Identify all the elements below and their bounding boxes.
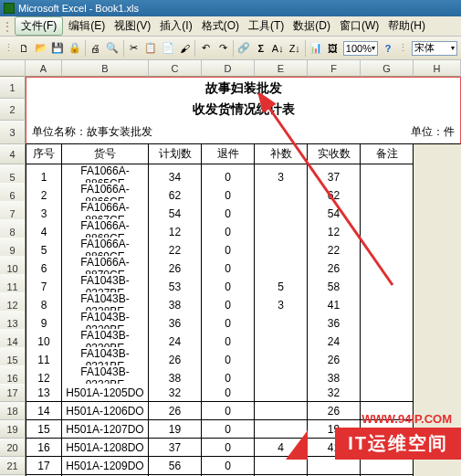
row-header[interactable]: 18: [0, 402, 26, 420]
save-icon[interactable]: 💾: [51, 40, 64, 57]
col-header-g[interactable]: G: [361, 60, 414, 77]
menu-insert[interactable]: 插入(I): [156, 16, 195, 36]
col-header-e[interactable]: E: [255, 60, 308, 77]
th-seq[interactable]: 序号: [26, 144, 62, 164]
table-row: 106FA1066A-8870CE26026: [0, 256, 461, 274]
font-select[interactable]: 宋体 ▾: [412, 41, 456, 56]
cell-recv[interactable]: [308, 457, 361, 475]
cut-icon[interactable]: ✂: [128, 40, 141, 57]
menu-data[interactable]: 数据(D): [289, 16, 334, 36]
row-header[interactable]: 19: [0, 420, 26, 439]
watermark-triangle: [286, 430, 308, 460]
open-icon[interactable]: 📂: [34, 40, 47, 57]
select-all-corner[interactable]: [0, 60, 26, 77]
col-header-b[interactable]: B: [62, 60, 149, 77]
cell-ret[interactable]: 0: [202, 420, 255, 439]
cell-add[interactable]: [255, 457, 308, 475]
cell-ret[interactable]: 0: [202, 384, 255, 402]
cell-plan[interactable]: 56: [149, 457, 202, 475]
zoom-select[interactable]: 100% ▾: [343, 41, 378, 56]
unit-name-label: 单位名称：故事女装批发: [32, 124, 152, 140]
sheet-title-1[interactable]: 故事妇装批发: [26, 77, 461, 99]
watermark-label: IT运维空间: [335, 428, 461, 460]
cell-seq[interactable]: 14: [26, 402, 62, 420]
th-recv[interactable]: 实收数: [308, 144, 361, 164]
table-row: 62FA1066A-8866CE62062: [0, 183, 461, 201]
sum-icon[interactable]: Σ: [255, 40, 267, 57]
sheet-title-2[interactable]: 收发货情况统计表: [26, 99, 461, 121]
cell-ret[interactable]: 0: [202, 439, 255, 457]
cell-recv[interactable]: 32: [308, 384, 361, 402]
th-ret[interactable]: 退件: [202, 144, 255, 164]
row-header[interactable]: 2: [0, 99, 26, 121]
row-header[interactable]: 3: [0, 121, 26, 144]
table-row: 2117H501A-1209DO560: [0, 457, 461, 475]
menu-window[interactable]: 窗口(W): [336, 16, 382, 36]
cell-add[interactable]: [255, 384, 308, 402]
cell-plan[interactable]: 26: [149, 402, 202, 420]
copy-icon[interactable]: 📋: [144, 40, 157, 57]
row-header[interactable]: 1: [0, 77, 26, 99]
preview-icon[interactable]: 🔍: [106, 40, 119, 57]
row-header[interactable]: 21: [0, 457, 26, 475]
cell-note[interactable]: [361, 457, 414, 475]
toolbar: ⋮ 🗋 📂 💾 🔒 🖨 🔍 ✂ 📋 📄 🖌 ↶ ↷ 🔗 Σ A↓ Z↓ 📊 🖼 …: [0, 37, 461, 60]
redo-icon[interactable]: ↷: [216, 40, 229, 57]
cell-ret[interactable]: 0: [202, 402, 255, 420]
separator: [305, 40, 306, 57]
cell-seq[interactable]: 15: [26, 420, 62, 439]
window-title-bar: Microsoft Excel - Book1.xls: [0, 0, 461, 16]
th-add[interactable]: 补数: [255, 144, 308, 164]
col-header-d[interactable]: D: [202, 60, 255, 77]
print-icon[interactable]: 🖨: [89, 40, 102, 57]
new-icon[interactable]: 🗋: [17, 40, 30, 57]
cell-plan[interactable]: 37: [149, 439, 202, 457]
cell-seq[interactable]: 17: [26, 457, 62, 475]
cell-ret[interactable]: 0: [202, 457, 255, 475]
column-headers: A B C D E F G H: [0, 60, 461, 77]
cell-code[interactable]: H501A-1207DO: [62, 420, 149, 439]
menu-edit[interactable]: 编辑(E): [65, 16, 109, 36]
row-header[interactable]: 4: [0, 144, 26, 164]
link-icon[interactable]: 🔗: [237, 40, 250, 57]
th-note[interactable]: 备注: [361, 144, 414, 164]
cell-plan[interactable]: 32: [149, 384, 202, 402]
menu-view[interactable]: 视图(V): [110, 16, 154, 36]
row-header[interactable]: 20: [0, 439, 26, 457]
menu-format[interactable]: 格式(O): [198, 16, 243, 36]
col-header-h[interactable]: H: [414, 60, 461, 77]
th-plan[interactable]: 计划数: [149, 144, 202, 164]
cell-plan[interactable]: 19: [149, 420, 202, 439]
sort-desc-icon[interactable]: Z↓: [288, 40, 301, 57]
col-header-f[interactable]: F: [308, 60, 361, 77]
cell-seq[interactable]: 16: [26, 439, 62, 457]
format-painter-icon[interactable]: 🖌: [178, 40, 191, 57]
font-value: 宋体: [414, 41, 435, 55]
row-header[interactable]: 17: [0, 384, 26, 402]
cell-code[interactable]: H501A-1209DO: [62, 457, 149, 475]
help-icon[interactable]: ?: [382, 40, 394, 57]
chart-icon[interactable]: 📊: [309, 40, 322, 57]
chevron-down-icon: ▾: [372, 44, 375, 52]
cell-code[interactable]: H501A-1208DO: [62, 439, 149, 457]
menu-help[interactable]: 帮助(H): [384, 16, 429, 36]
th-code[interactable]: 货号: [62, 144, 149, 164]
table-row: 73FA1066A-8867CE54054: [0, 201, 461, 219]
menu-file[interactable]: 文件(F): [15, 16, 63, 36]
cell-note[interactable]: [361, 384, 414, 402]
permission-icon[interactable]: 🔒: [68, 40, 80, 57]
unit-info[interactable]: 单位名称：故事女装批发 单位：件: [26, 121, 461, 144]
col-header-c[interactable]: C: [149, 60, 202, 77]
menu-tools[interactable]: 工具(T): [245, 16, 288, 36]
menu-bar: ⋮ 文件(F) 编辑(E) 视图(V) 插入(I) 格式(O) 工具(T) 数据…: [0, 16, 461, 37]
undo-icon[interactable]: ↶: [199, 40, 212, 57]
cell-code[interactable]: H501A-1206DO: [62, 402, 149, 420]
drawing-icon[interactable]: 🖼: [326, 40, 339, 57]
cell-seq[interactable]: 13: [26, 384, 62, 402]
paste-icon[interactable]: 📄: [162, 40, 174, 57]
table-row: 1713H501A-1205DO32032: [0, 384, 461, 402]
col-header-a[interactable]: A: [26, 60, 62, 77]
table-row: 95FA1066A-8869CE22022: [0, 238, 461, 256]
cell-code[interactable]: H501A-1205DO: [62, 384, 149, 402]
sort-asc-icon[interactable]: A↓: [271, 40, 284, 57]
